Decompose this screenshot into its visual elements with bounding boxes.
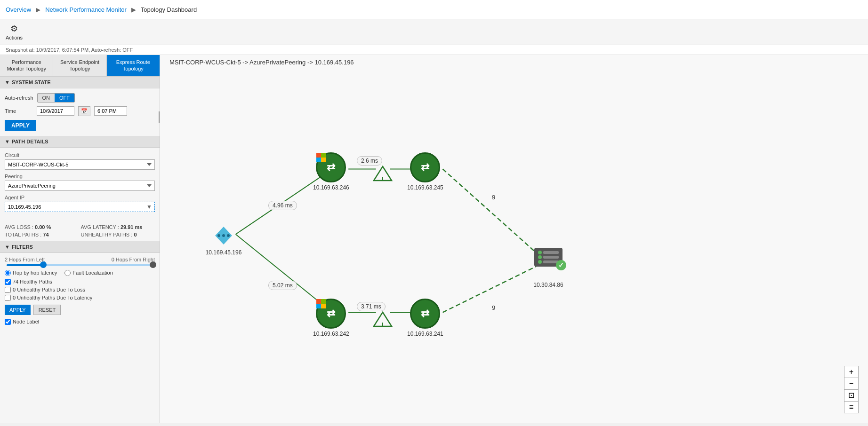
node-label-checkbox[interactable]: Node Label (5, 319, 155, 325)
hop-count-top: 9 (492, 194, 495, 201)
server-box-wrapper: ✓ (534, 248, 563, 267)
toggle-on[interactable]: ON (38, 94, 55, 102)
latency-badge-top: 4.96 ms (268, 201, 297, 210)
zoom-in-button[interactable]: + (844, 366, 858, 378)
latency-value-bottom: 5.02 ms (268, 281, 297, 290)
tab-performance-monitor[interactable]: Performance Monitor Topology (0, 55, 53, 76)
agent-ip-label-node: 10.169.45.196 (206, 249, 242, 256)
path-details-header[interactable]: ▼ PATH DETAILS (0, 136, 160, 148)
stats-grid: AVG LOSS : 0.00 % AVG LATENCY : 29.91 ms… (0, 224, 160, 237)
router-triangle-bottom[interactable] (373, 311, 393, 329)
radio-group: Hop by hop latency Fault Localization (5, 270, 155, 276)
snapshot-text: Snapshot at: 10/9/2017, 6:07:54 PM, Auto… (6, 47, 133, 53)
chevron-down-icon-3: ▼ (5, 244, 10, 250)
router-triangle-icon-bottom (373, 311, 393, 327)
avg-latency-value: 29.91 ms (121, 224, 142, 230)
path-details-label: PATH DETAILS (12, 139, 48, 144)
node-n4[interactable]: ⇄ 10.169.63.241 (407, 299, 443, 337)
node-n2[interactable]: ⇄ 10.169.63.245 (407, 152, 443, 191)
checkbox-healthy-paths[interactable]: 74 Healthy Paths (5, 279, 155, 285)
zoom-fit-button[interactable]: ⊡ (844, 390, 858, 402)
latency-value-top: 4.96 ms (268, 201, 297, 210)
hops-right-label: 0 Hops From Right (112, 257, 155, 262)
node-n1[interactable]: ⇄ 10.169.63.246 (313, 152, 349, 191)
filter-apply-button[interactable]: APPLY (5, 305, 31, 315)
actions-button[interactable]: ⚙ Actions (6, 24, 23, 40)
unhealthy-paths-label: UNHEALTHY PATHS : (81, 232, 133, 237)
agent-ip-label: Agent IP (5, 195, 155, 200)
breadcrumb-current: Topology Dashboard (141, 6, 197, 13)
ms-badge-n3 (316, 299, 326, 308)
apply-time-button[interactable]: APPLY (5, 120, 36, 131)
zoom-menu-button[interactable]: ≡ (844, 402, 858, 413)
tab-express-route[interactable]: Express Route Topology (107, 55, 160, 76)
swap-icon-n2: ⇄ (421, 161, 429, 174)
breadcrumb-overview[interactable]: Overview (6, 6, 31, 13)
checkbox-latency-paths[interactable]: 0 Unhealthy Paths Due To Latency (5, 295, 155, 301)
ms-badge-n1 (316, 153, 326, 162)
system-state-header[interactable]: ▼ SYSTEM STATE (0, 77, 160, 88)
date-input[interactable] (37, 106, 74, 116)
path-details-content: Circuit MSIT-CORP-WCUS-Ckt-5 Peering Azu… (0, 148, 160, 221)
agent-ip-input[interactable] (5, 202, 155, 212)
node-label-n4: 10.169.63.241 (407, 331, 443, 337)
server-check-icon: ✓ (556, 260, 566, 270)
latency-badge-mid-bottom: 3.71 ms (357, 302, 386, 311)
connections-svg (160, 55, 868, 423)
toolbar: ⚙ Actions (0, 19, 868, 45)
radio-fault-localization[interactable]: Fault Localization (64, 270, 113, 276)
hops-left-label: 2 Hops From Left (5, 257, 45, 262)
hops-slider[interactable] (7, 264, 153, 266)
swap-icon-n4: ⇄ (421, 308, 429, 320)
time-input[interactable] (94, 106, 127, 116)
filter-reset-button[interactable]: RESET (33, 305, 61, 315)
breadcrumb-sep-1: ▶ (36, 6, 40, 13)
tab-service-endpoint[interactable]: Service Endpoint Topology (53, 55, 106, 76)
zoom-out-button[interactable]: − (844, 378, 858, 390)
swap-icon-n1: ⇄ (327, 161, 335, 174)
node-circle-n3: ⇄ (316, 299, 346, 329)
filters-header[interactable]: ▼ FILTERS (0, 241, 160, 253)
main-layout: ◀ Performance Monitor Topology Service E… (0, 55, 868, 423)
snapshot-bar: Snapshot at: 10/9/2017, 6:07:54 PM, Auto… (0, 45, 868, 55)
avg-latency-label: AVG LATENCY : (81, 224, 119, 230)
circuit-label: Circuit (5, 152, 155, 158)
node-label-n3: 10.169.63.242 (313, 331, 349, 337)
auto-refresh-toggle[interactable]: ON OFF (37, 93, 75, 103)
node-circle-n4: ⇄ (410, 299, 440, 329)
toggle-off[interactable]: OFF (55, 94, 74, 102)
server-node[interactable]: ✓ 10.30.84.86 (534, 248, 563, 267)
node-label-n2: 10.169.63.245 (407, 184, 443, 191)
hop-count-bottom: 9 (492, 304, 495, 311)
system-state-content: Auto-refresh ON OFF Time 📅 APPLY (0, 88, 160, 136)
node-label-n1: 10.169.63.246 (313, 184, 349, 191)
svg-line-7 (442, 267, 536, 313)
peering-select[interactable]: AzurePrivatePeering (5, 181, 155, 191)
actions-label: Actions (6, 35, 23, 40)
path-header: MSIT-CORP-WCUS-Ckt-5 -> AzurePrivatePeer… (169, 59, 354, 66)
radio-hop-latency[interactable]: Hop by hop latency (5, 270, 57, 276)
tab-bar: Performance Monitor Topology Service End… (0, 55, 160, 77)
node-circle-n2: ⇄ (410, 152, 440, 182)
router-triangle-top[interactable] (373, 166, 393, 183)
swap-icon-n3: ⇄ (327, 308, 335, 320)
agent-node[interactable]: 10.169.45.196 (210, 227, 237, 245)
filters-label: FILTERS (12, 244, 33, 250)
circuit-select[interactable]: MSIT-CORP-WCUS-Ckt-5 (5, 159, 155, 170)
breadcrumb-bar: Overview ▶ Network Performance Monitor ▶… (0, 0, 868, 19)
zoom-controls: + − ⊡ ≡ (844, 366, 859, 413)
node-n3[interactable]: ⇄ 10.169.63.242 (313, 299, 349, 337)
chevron-down-icon-2: ▼ (5, 139, 10, 144)
total-paths-label: TOTAL PATHS : (5, 232, 41, 237)
router-triangle-icon-top (373, 166, 393, 181)
calendar-button[interactable]: 📅 (78, 106, 90, 116)
latency-badge-bottom: 5.02 ms (268, 281, 297, 290)
breadcrumb-npm[interactable]: Network Performance Monitor (45, 6, 127, 13)
peering-label: Peering (5, 174, 155, 179)
latency-badge-mid-top: 2.6 ms (357, 156, 382, 166)
topology-canvas: MSIT-CORP-WCUS-Ckt-5 -> AzurePrivatePeer… (160, 55, 868, 423)
unhealthy-paths-value: 0 (134, 232, 137, 237)
checkbox-loss-paths[interactable]: 0 Unhealthy Paths Due To Loss (5, 287, 155, 293)
time-label: Time (5, 108, 33, 114)
svg-line-6 (442, 169, 536, 252)
